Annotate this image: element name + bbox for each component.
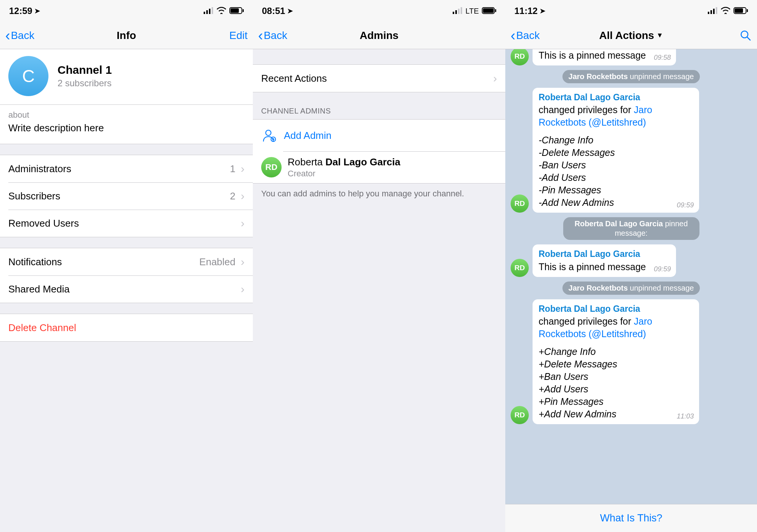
nav-bar: ‹ Back All Actions ▼ xyxy=(505,22,757,49)
chevron-left-icon: ‹ xyxy=(258,28,263,43)
delete-channel-label: Delete Channel xyxy=(8,322,245,334)
admin-item[interactable]: RD Roberta Dal Lago Garcia Creator xyxy=(253,151,505,183)
nav-bar: ‹ Back Admins xyxy=(253,22,505,49)
message-bubble[interactable]: Roberta Dal Lago Garcia changed privileg… xyxy=(533,299,699,424)
svg-rect-9 xyxy=(458,9,459,14)
svg-rect-10 xyxy=(461,7,462,14)
status-bar: 12:59 ➤ xyxy=(0,0,253,22)
system-message: Roberta Dal Lago Garcia pinned message: xyxy=(563,217,699,240)
administrators-row[interactable]: Administrators 1 › xyxy=(0,155,253,182)
screen-admins: 08:51 ➤ LTE ‹ Back Admins Recent Actions… xyxy=(253,0,505,532)
battery-icon xyxy=(734,6,748,16)
chevron-left-icon: ‹ xyxy=(511,28,516,43)
recent-actions-row[interactable]: Recent Actions › xyxy=(253,65,505,92)
channel-subscribers: 2 subscribers xyxy=(58,78,112,89)
status-time: 11:12 xyxy=(514,6,537,16)
svg-rect-5 xyxy=(231,8,239,13)
screen-actions-log: 11:12 ➤ ‹ Back All Actions ▼ xyxy=(505,0,757,532)
chevron-right-icon: › xyxy=(493,72,497,85)
edit-button[interactable]: Edit xyxy=(202,30,248,42)
chat-area[interactable]: RD This is a pinned message 09:58 Jaro R… xyxy=(505,49,757,504)
nav-title-text: All Actions xyxy=(599,30,654,42)
battery-icon xyxy=(482,6,496,16)
back-button[interactable]: ‹ Back xyxy=(258,28,304,43)
sender-avatar: RD xyxy=(511,406,529,424)
chevron-right-icon: › xyxy=(241,283,245,296)
message-time: 09:58 xyxy=(654,53,671,62)
sender-avatar: RD xyxy=(511,194,529,213)
admins-list: Add Admin RD Roberta Dal Lago Garcia Cre… xyxy=(253,119,505,184)
what-is-this-button[interactable]: What Is This? xyxy=(505,504,757,532)
message-bubble[interactable]: Roberta Dal Lago Garcia This is a pinned… xyxy=(533,244,676,277)
chevron-right-icon: › xyxy=(241,190,245,202)
svg-rect-7 xyxy=(453,12,454,14)
back-label: Back xyxy=(264,30,287,42)
sender-name: Roberta Dal Lago Garcia xyxy=(539,303,693,314)
chevron-down-icon: ▼ xyxy=(656,31,663,39)
filter-button[interactable]: All Actions ▼ xyxy=(599,30,663,42)
system-action: unpinned message xyxy=(628,284,694,292)
about-block[interactable]: about Write description here xyxy=(0,105,253,144)
footer-note: You can add admins to help you manage yo… xyxy=(253,184,505,204)
mention-link[interactable]: (@Letitshred) xyxy=(589,117,646,128)
svg-rect-8 xyxy=(455,10,457,14)
subscribers-row[interactable]: Subscribers 2 › xyxy=(0,182,253,210)
system-actor: Jaro Rocketbots xyxy=(569,72,628,81)
back-button[interactable]: ‹ Back xyxy=(511,28,556,43)
mention-link[interactable]: (@Letitshred) xyxy=(589,328,646,339)
settings-group: Notifications Enabled › Shared Media › xyxy=(0,248,253,303)
location-icon: ➤ xyxy=(540,7,545,15)
chevron-right-icon: › xyxy=(241,255,245,268)
sender-name: Roberta Dal Lago Garcia xyxy=(539,248,670,260)
sender-name: Roberta Dal Lago Garcia xyxy=(539,92,693,103)
delete-channel-row[interactable]: Delete Channel xyxy=(0,314,253,341)
admin-role: Creator xyxy=(288,169,400,179)
message-text: This is a pinned message xyxy=(539,261,670,273)
channel-header: C Channel 1 2 subscribers xyxy=(0,49,253,105)
svg-rect-13 xyxy=(495,9,496,12)
chevron-left-icon: ‹ xyxy=(5,28,10,43)
cellular-icon xyxy=(453,6,463,16)
admin-first: Roberta xyxy=(288,156,326,168)
edit-label: Edit xyxy=(229,30,248,42)
row-label: Removed Users xyxy=(8,218,235,229)
message-time: 11:03 xyxy=(677,412,694,421)
status-bar: 08:51 ➤ LTE xyxy=(253,0,505,22)
message: RD Roberta Dal Lago Garcia This is a pin… xyxy=(505,243,757,278)
about-text: Write description here xyxy=(8,122,245,134)
location-icon: ➤ xyxy=(287,7,293,15)
row-value: 1 xyxy=(230,163,235,175)
svg-rect-6 xyxy=(243,9,244,12)
members-group: Administrators 1 › Subscribers 2 › Remov… xyxy=(0,155,253,237)
back-label: Back xyxy=(11,30,34,42)
back-button[interactable]: ‹ Back xyxy=(5,28,51,43)
cellular-icon xyxy=(204,6,213,16)
shared-media-row[interactable]: Shared Media › xyxy=(0,275,253,303)
search-button[interactable] xyxy=(706,30,752,42)
cellular-icon xyxy=(708,6,718,16)
svg-rect-18 xyxy=(713,9,715,14)
svg-rect-19 xyxy=(716,7,717,14)
svg-rect-0 xyxy=(204,12,205,14)
message: RD Roberta Dal Lago Garcia changed privi… xyxy=(505,298,757,426)
removed-users-row[interactable]: Removed Users › xyxy=(0,210,253,237)
svg-rect-1 xyxy=(206,10,208,14)
add-admin-label: Add Admin xyxy=(284,130,332,142)
svg-rect-12 xyxy=(483,8,494,13)
battery-icon xyxy=(229,6,244,16)
row-label: Subscribers xyxy=(8,190,230,202)
admin-name: Roberta Dal Lago Garcia xyxy=(288,156,400,168)
wifi-icon xyxy=(217,6,226,16)
add-user-icon xyxy=(261,127,278,144)
location-icon: ➤ xyxy=(34,7,40,15)
message-time: 09:59 xyxy=(677,201,694,210)
svg-rect-21 xyxy=(735,8,743,13)
notifications-row[interactable]: Notifications Enabled › xyxy=(0,248,253,275)
channel-avatar[interactable]: C xyxy=(8,56,48,96)
svg-rect-3 xyxy=(212,7,213,14)
message-text: changed privileges for Jaro Rocketbots (… xyxy=(539,315,693,420)
message-bubble[interactable]: Roberta Dal Lago Garcia changed privileg… xyxy=(533,88,699,213)
add-admin-row[interactable]: Add Admin xyxy=(253,120,505,151)
admin-avatar: RD xyxy=(261,157,282,177)
message-bubble[interactable]: This is a pinned message 09:58 xyxy=(533,49,676,65)
